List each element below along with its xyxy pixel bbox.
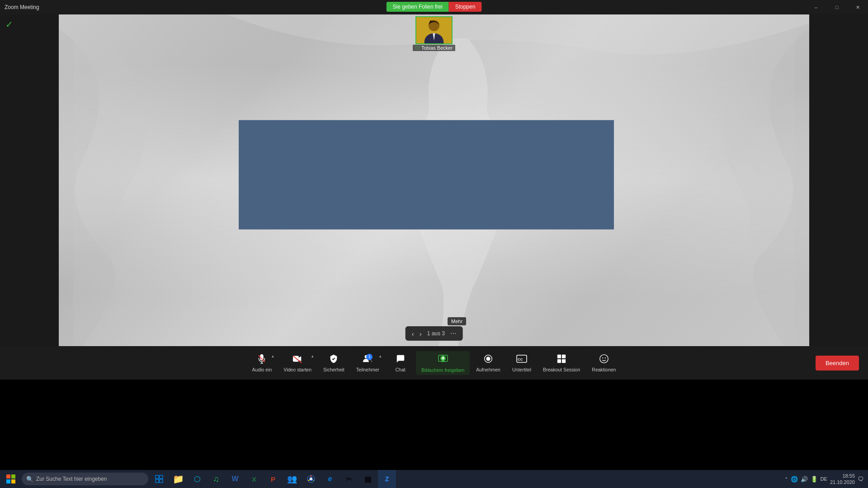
audio-chevron-icon: ▲ (271, 354, 274, 358)
security-icon (329, 354, 339, 366)
presentation-slide (59, 14, 809, 346)
clock-time: 18:55 (842, 473, 855, 479)
excel-button[interactable]: X (245, 470, 263, 488)
participants-badge: 1 (366, 354, 373, 360)
slide-content-box (239, 120, 614, 230)
record-button[interactable]: Aufnehmen (471, 352, 506, 375)
prev-slide-button[interactable]: ‹ (410, 329, 416, 338)
record-label: Aufnehmen (476, 367, 500, 372)
maximize-button[interactable]: □ (826, 0, 847, 14)
captions-icon: CC (516, 354, 527, 366)
more-options-button[interactable]: ··· (448, 328, 458, 338)
audio-button[interactable]: ▲ Audio ein (247, 352, 278, 375)
search-icon: 🔍 (26, 476, 33, 483)
participants-icon: 1 (363, 354, 373, 366)
stop-share-button[interactable]: Stoppen (449, 2, 482, 12)
teams-button[interactable]: 👥 (283, 470, 301, 488)
volume-icon[interactable]: 🔊 (801, 476, 808, 483)
svg-rect-18 (557, 354, 561, 358)
participants-label: Teilnehmer (356, 367, 379, 372)
share-banner-text: Sie geben Folien frei (387, 2, 449, 12)
zoom-toolbar: ▲ Audio ein ▲ (0, 346, 868, 380)
breakout-button[interactable]: Breakout Session (538, 352, 585, 375)
video-icon (292, 354, 302, 366)
word-button[interactable]: W (226, 470, 244, 488)
participants-button[interactable]: ▲ 1 Teilnehmer (351, 352, 385, 375)
windows-clock[interactable]: 18:55 21.10.2020 (830, 473, 855, 486)
slide-navigation: ‹ › 1 aus 3 ··· (406, 326, 463, 341)
windows-start-button[interactable] (0, 470, 22, 488)
spotify-button[interactable]: ♫ (207, 470, 225, 488)
minimize-button[interactable]: – (806, 0, 826, 14)
security-button[interactable]: Sicherheit (318, 352, 350, 375)
taskview-button[interactable] (150, 470, 168, 488)
participant-name: Tobias Becker (421, 45, 453, 51)
svg-rect-29 (156, 475, 159, 479)
3d-viewer-button[interactable]: ⬡ (188, 470, 206, 488)
captions-button[interactable]: CC Untertitel (507, 352, 537, 375)
zoom-taskbar-button[interactable]: Z (378, 470, 396, 488)
share-screen-button[interactable]: Bildschirm freigeben (416, 351, 470, 375)
svg-rect-30 (160, 475, 163, 479)
participant-video (415, 16, 453, 44)
svg-rect-21 (562, 359, 566, 362)
svg-line-38 (308, 480, 310, 481)
audio-icon (257, 354, 267, 366)
participants-chevron-icon: ▲ (378, 354, 382, 358)
security-label: Sicherheit (323, 367, 344, 372)
keyboard-icon[interactable]: DE (821, 476, 827, 482)
svg-rect-20 (557, 359, 561, 362)
system-tray: ⌃ 🌐 🔊 🔋 DE 18:55 21.10.2020 🗨 (784, 473, 868, 486)
next-slide-button[interactable]: › (418, 329, 424, 338)
notification-button[interactable]: 🗨 (858, 476, 863, 483)
share-screen-icon (438, 353, 448, 366)
reactions-label: Reaktionen (592, 367, 616, 372)
right-panel (809, 14, 868, 346)
end-meeting-button[interactable]: Beenden (816, 356, 859, 371)
audio-label: Audio ein (252, 367, 272, 372)
snipping-button[interactable]: ✂ (340, 470, 358, 488)
network-icon[interactable]: 🌐 (791, 476, 798, 483)
svg-rect-28 (11, 479, 15, 483)
windows-search-bar[interactable]: 🔍 Zur Suche Text hier eingeben (22, 473, 148, 485)
chrome-button[interactable] (302, 470, 320, 488)
breakout-label: Breakout Session (543, 367, 580, 372)
close-button[interactable]: ✕ (847, 0, 868, 14)
taskbar-apps: 📁 ⬡ ♫ W X P 👥 e ✂ ▦ Z (150, 470, 396, 488)
svg-point-35 (310, 478, 312, 480)
left-panel: ✓ (0, 14, 59, 346)
show-hidden-icons-button[interactable]: ⌃ (784, 477, 788, 482)
share-screen-label: Bildschirm freigeben (421, 367, 464, 373)
chat-button[interactable]: Chat (386, 352, 415, 375)
svg-point-22 (600, 354, 608, 362)
chat-icon (396, 354, 406, 366)
main-slide-area: ✓ (0, 14, 868, 346)
explorer-button[interactable]: 📁 (169, 470, 187, 488)
svg-text:CC: CC (518, 357, 523, 361)
video-button[interactable]: ▲ Video starten (278, 352, 317, 375)
chat-label: Chat (396, 367, 406, 372)
participant-name-bar: 🛡 Tobias Becker (413, 45, 455, 51)
svg-rect-19 (562, 354, 566, 358)
share-banner: Sie geben Folien frei Stoppen (387, 2, 482, 12)
zoom-window: Zoom Meeting – □ ✕ Sie geben Folien frei… (0, 0, 868, 380)
video-chevron-icon: ▲ (311, 354, 314, 358)
reactions-button[interactable]: Reaktionen (586, 352, 621, 375)
powerpoint-button[interactable]: P (264, 470, 282, 488)
svg-rect-32 (160, 479, 163, 483)
participant-thumbnail-area: 🛡 Tobias Becker (413, 16, 455, 51)
participant-avatar-svg (416, 17, 452, 43)
app1-button[interactable]: ▦ (359, 470, 377, 488)
svg-point-15 (486, 357, 491, 361)
svg-point-23 (602, 357, 603, 358)
host-shield-icon: 🛡 (415, 46, 420, 51)
clock-date: 21.10.2020 (830, 479, 855, 485)
chrome-icon (307, 475, 315, 483)
svg-point-24 (605, 357, 606, 358)
reactions-icon (599, 354, 609, 366)
security-shield-icon: ✓ (5, 19, 13, 30)
svg-rect-31 (156, 479, 159, 483)
battery-icon[interactable]: 🔋 (811, 476, 818, 483)
windows-search-input[interactable]: Zur Suche Text hier eingeben (36, 476, 107, 482)
edge-button[interactable]: e (321, 470, 339, 488)
